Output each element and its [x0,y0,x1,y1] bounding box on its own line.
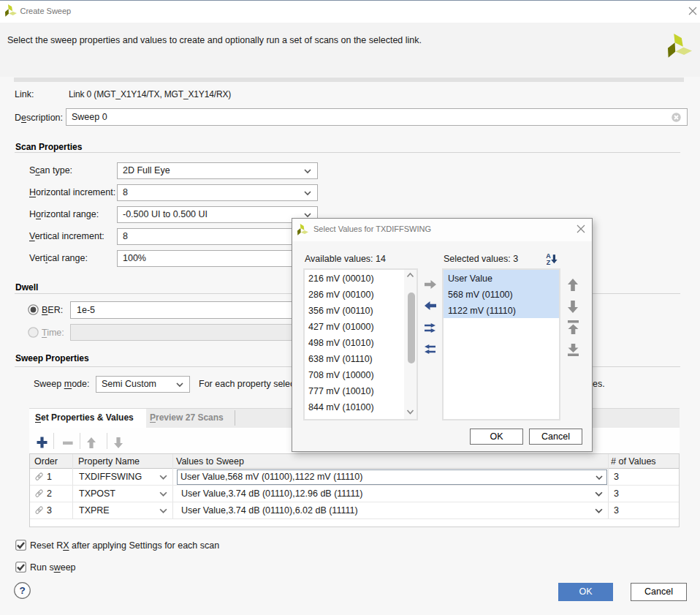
svg-text:Z: Z [547,259,551,265]
svg-text:?: ? [19,585,25,596]
